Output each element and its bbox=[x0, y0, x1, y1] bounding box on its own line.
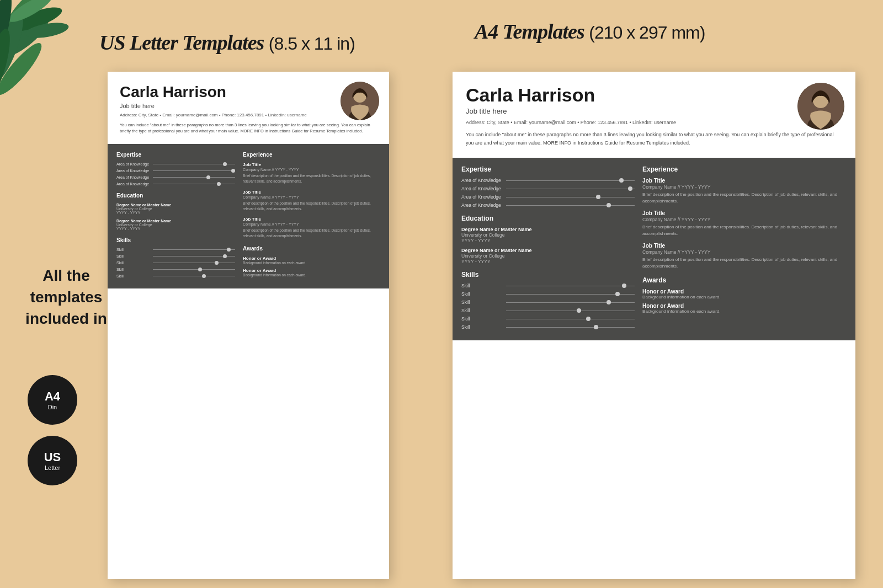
resume-about-us: You can include "about me" in these para… bbox=[120, 122, 377, 135]
exp-item-3: Job Title Company Name // YYYY - YYYY Br… bbox=[243, 217, 380, 239]
expertise-bar-2 bbox=[153, 170, 235, 171]
education-title-us: Education bbox=[116, 193, 235, 199]
us-size: (8.5 x 11 in) bbox=[269, 34, 355, 54]
edu-degree-a4-1: Degree Name or Master Name bbox=[461, 227, 635, 232]
skill-bar-1 bbox=[153, 249, 235, 250]
exp-desc-3: Brief description of the position and th… bbox=[243, 228, 380, 239]
skill-item-5: Skill bbox=[116, 274, 235, 278]
edu-degree-1: Degree Name or Master Name bbox=[116, 203, 235, 207]
resume-job-title-us: Job title here bbox=[120, 103, 377, 109]
exp-desc-2: Brief description of the position and th… bbox=[243, 201, 380, 212]
edu-item-2: Degree Name or Master Name University or… bbox=[116, 219, 235, 231]
skill-item-1: Skill bbox=[116, 248, 235, 252]
award-sub-1: Background information on each award. bbox=[243, 261, 380, 265]
skill-bar-4 bbox=[153, 269, 235, 270]
resume-name-a4: Carla Harrison bbox=[466, 85, 842, 105]
expertise-label-a4-2: Area of Knowledge bbox=[461, 186, 503, 191]
exp-company-1: Company Name // YYYY - YYYY bbox=[243, 168, 380, 172]
award-item-a4-1: Honor or Award Background information on… bbox=[642, 288, 847, 300]
skill-label-1: Skill bbox=[116, 248, 150, 252]
avatar-a4 bbox=[797, 83, 844, 130]
skill-item-a4-5: Skill bbox=[461, 316, 635, 322]
exp-item-a4-3: Job Title Company Name // YYYY - YYYY Br… bbox=[642, 243, 847, 270]
expertise-item-2: Area of Knowledge bbox=[116, 169, 235, 173]
edu-item-1: Degree Name or Master Name University or… bbox=[116, 203, 235, 215]
resume-card-a4: Carla Harrison Job title here Address: C… bbox=[453, 72, 855, 579]
a4-label-script: A4 Templates bbox=[475, 20, 584, 43]
award-title-a4-1: Honor or Award bbox=[642, 288, 847, 295]
resume-contact-us: Address: City, State • Email: yourname@m… bbox=[120, 113, 377, 117]
exp-item-1: Job Title Company Name // YYYY - YYYY Br… bbox=[243, 162, 380, 184]
plant-decoration bbox=[0, 0, 102, 102]
expertise-item-a4-1: Area of Knowledge bbox=[461, 178, 635, 183]
edu-school-2: University or College bbox=[116, 223, 235, 227]
expertise-label-a4-4: Area of Knowledge bbox=[461, 202, 503, 208]
exp-company-a4-2: Company Name // YYYY - YYYY bbox=[642, 217, 847, 222]
skill-item-3: Skill bbox=[116, 261, 235, 265]
expertise-bar-a4-4 bbox=[506, 205, 635, 206]
a4-badge-sub: Din bbox=[48, 404, 57, 410]
a4-title: A4 Templates (210 x 297 mm) bbox=[475, 19, 705, 44]
award-item-a4-2: Honor or Award Background information on… bbox=[642, 303, 847, 314]
skill-label-a4-1: Skill bbox=[461, 283, 503, 288]
resume-job-title-a4: Job title here bbox=[466, 107, 842, 115]
awards-title-a4: Awards bbox=[642, 276, 847, 284]
resume-left-col-a4: Expertise Area of Knowledge Area of Know… bbox=[461, 165, 635, 333]
svg-point-0 bbox=[0, 9, 55, 63]
resume-contact-a4: Address: City, State • Email: yourname@m… bbox=[466, 120, 842, 125]
exp-desc-1: Brief description of the position and th… bbox=[243, 173, 380, 184]
left-info-text: All the templates included in bbox=[22, 265, 110, 330]
exp-company-a4-3: Company Name // YYYY - YYYY bbox=[642, 249, 847, 255]
award-sub-2: Background information on each award. bbox=[243, 273, 380, 277]
skills-title-a4: Skills bbox=[461, 271, 635, 279]
skill-label-a4-2: Skill bbox=[461, 291, 503, 297]
a4-badge: A4 Din bbox=[28, 375, 77, 425]
expertise-item-4: Area of Knowledge bbox=[116, 182, 235, 186]
edu-degree-a4-2: Degree Name or Master Name bbox=[461, 248, 635, 253]
expertise-label-a4-3: Area of Knowledge bbox=[461, 194, 503, 200]
expertise-label-4: Area of Knowledge bbox=[116, 182, 150, 186]
exp-title-a4-3: Job Title bbox=[642, 243, 847, 249]
expertise-bar-a4-3 bbox=[506, 197, 635, 197]
skill-bar-a4-4 bbox=[506, 311, 635, 311]
skill-bar-5 bbox=[153, 276, 235, 276]
skill-label-a4-5: Skill bbox=[461, 316, 503, 322]
expertise-item-1: Area of Knowledge bbox=[116, 162, 235, 166]
expertise-title-a4: Expertise bbox=[461, 165, 635, 173]
expertise-bar-3 bbox=[153, 177, 235, 178]
expertise-item-a4-3: Area of Knowledge bbox=[461, 194, 635, 200]
edu-years-a4-1: YYYY - YYYY bbox=[461, 238, 635, 243]
exp-desc-a4-3: Brief description of the position and th… bbox=[642, 256, 847, 270]
exp-company-2: Company Name // YYYY - YYYY bbox=[243, 195, 380, 199]
skill-item-a4-6: Skill bbox=[461, 324, 635, 330]
resume-card-us: Carla Harrison Job title here Address: C… bbox=[108, 72, 389, 579]
edu-years-1: YYYY - YYYY bbox=[116, 211, 235, 215]
resume-header-a4: Carla Harrison Job title here Address: C… bbox=[453, 72, 855, 158]
svg-point-7 bbox=[0, 38, 47, 99]
exp-desc-a4-2: Brief description of the position and th… bbox=[642, 224, 847, 237]
svg-point-4 bbox=[6, 0, 55, 26]
edu-school-1: University or College bbox=[116, 207, 235, 211]
skill-bar-3 bbox=[153, 263, 235, 263]
resume-header-us: Carla Harrison Job title here Address: C… bbox=[108, 72, 389, 144]
resume-body-us: Expertise Area of Knowledge Area of Know… bbox=[108, 144, 389, 288]
expertise-item-3: Area of Knowledge bbox=[116, 175, 235, 179]
skill-label-3: Skill bbox=[116, 261, 150, 265]
skill-bar-a4-3 bbox=[506, 302, 635, 303]
a4-badge-label: A4 bbox=[45, 389, 60, 404]
experience-title-a4: Experience bbox=[642, 165, 847, 173]
skill-item-a4-3: Skill bbox=[461, 300, 635, 305]
award-item-2: Honor or Award Background information on… bbox=[243, 268, 380, 277]
line3: included in bbox=[25, 310, 107, 327]
edu-school-a4-2: University or College bbox=[461, 253, 635, 259]
line1: All the bbox=[42, 267, 90, 284]
expertise-bar-a4-2 bbox=[506, 189, 635, 189]
skill-bar-2 bbox=[153, 256, 235, 256]
expertise-bar-1 bbox=[153, 164, 235, 164]
exp-desc-a4-1: Brief description of the position and th… bbox=[642, 191, 847, 205]
award-title-1: Honor or Award bbox=[243, 256, 380, 261]
award-sub-a4-2: Background information on each award. bbox=[642, 309, 847, 314]
skill-item-a4-2: Skill bbox=[461, 291, 635, 297]
education-title-a4: Education bbox=[461, 215, 635, 222]
resume-right-col-a4: Experience Job Title Company Name // YYY… bbox=[642, 165, 847, 333]
